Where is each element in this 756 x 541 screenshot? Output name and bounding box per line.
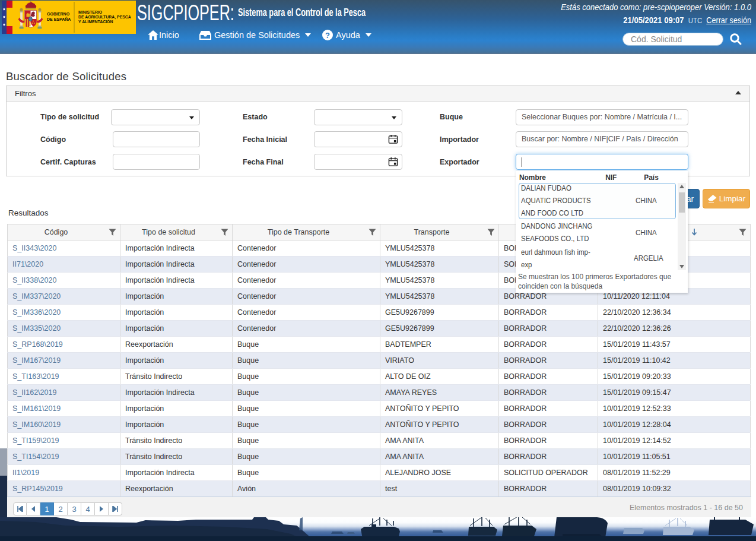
svg-text:DE AGRICULTURA, PESCA: DE AGRICULTURA, PESCA — [78, 15, 131, 20]
svg-text:GOBIERNO: GOBIERNO — [47, 12, 70, 16]
svg-text:DE ESPAÑA: DE ESPAÑA — [47, 17, 71, 21]
svg-text:Y ALIMENTACIÓN: Y ALIMENTACIÓN — [78, 19, 113, 24]
svg-text:?: ? — [325, 31, 330, 40]
svg-text:MINISTERIO: MINISTERIO — [78, 10, 103, 14]
